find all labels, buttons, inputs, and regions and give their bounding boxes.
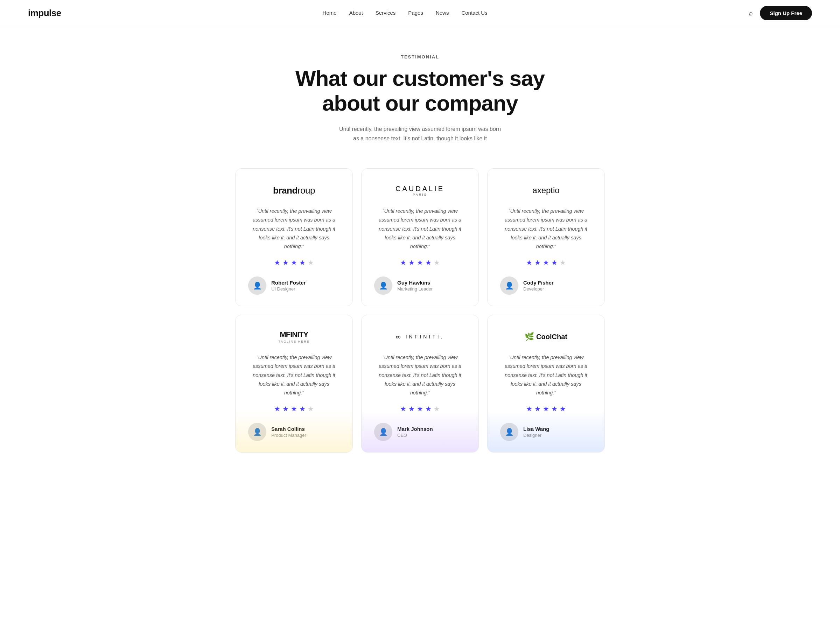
card-quote-caudalie: "Until recently, the prevailing view ass… [374,207,466,251]
card-logo-coolchat: 🌿 CoolChat [500,329,592,345]
card-quote-brandgroup: "Until recently, the prevailing view ass… [248,207,340,251]
section-label: TESTIMONIAL [14,54,826,60]
nav-contact[interactable]: Contact Us [461,10,487,16]
reviewer-brandgroup: 👤 Robert Foster UI Designer [248,276,340,295]
reviewer-name: Cody Fisher [523,279,554,286]
reviewer-mfinity: 👤 Sarah Collins Product Manager [248,423,340,441]
reviewer-caudalie: 👤 Guy Hawkins Marketing Leader [374,276,466,295]
reviewer-coolchat: 👤 Lisa Wang Designer [500,423,592,441]
reviewer-info: Cody Fisher Developer [523,279,554,292]
avatar-cody: 👤 [500,276,518,295]
reviewer-name: Sarah Collins [271,426,306,432]
card-quote-mfinity: "Until recently, the prevailing view ass… [248,353,340,398]
reviewer-axeptio: 👤 Cody Fisher Developer [500,276,592,295]
avatar-guy: 👤 [374,276,392,295]
reviewer-info: Robert Foster UI Designer [271,279,306,292]
stars-infiniti: ★ ★ ★ ★ ★ [374,404,466,413]
avatar-mark: 👤 [374,423,392,441]
testimonial-card-caudalie: CAUDALIE PARIS "Until recently, the prev… [361,168,479,306]
avatar-robert: 👤 [248,276,266,295]
reviewer-role: Product Manager [271,433,306,438]
section-title: What our customer's say about our compan… [14,66,826,116]
star-5: ★ [308,258,314,267]
reviewer-info: Sarah Collins Product Manager [271,426,306,438]
reviewer-role: CEO [397,433,433,438]
testimonial-card-brandgroup: brandroup "Until recently, the prevailin… [235,168,353,306]
testimonial-card-mfinity: MFINITY TAGLINE HERE "Until recently, th… [235,315,353,453]
card-quote-infiniti: "Until recently, the prevailing view ass… [374,353,466,398]
nav-pages[interactable]: Pages [408,10,423,16]
reviewer-name: Guy Hawkins [397,279,433,286]
nav-services[interactable]: Services [376,10,396,16]
avatar-sarah: 👤 [248,423,266,441]
star-4: ★ [299,258,306,267]
testimonial-section: TESTIMONIAL What our customer's say abou… [0,26,840,478]
testimonial-card-coolchat: 🌿 CoolChat "Until recently, the prevaili… [487,315,605,453]
signup-button[interactable]: Sign Up Free [760,6,812,20]
card-logo-caudalie: CAUDALIE PARIS [374,183,466,199]
reviewer-infiniti: 👤 Mark Johnson CEO [374,423,466,441]
testimonial-card-axeptio: axeptio "Until recently, the prevailing … [487,168,605,306]
reviewer-info: Guy Hawkins Marketing Leader [397,279,433,292]
reviewer-role: Developer [523,286,554,292]
reviewer-name: Robert Foster [271,279,306,286]
card-quote-axeptio: "Until recently, the prevailing view ass… [500,207,592,251]
logo[interactable]: impulse [28,8,61,19]
star-1: ★ [274,258,280,267]
avatar-lisa: 👤 [500,423,518,441]
card-logo-infiniti: ∞ INFINITI. [374,329,466,345]
navbar: impulse Home About Services Pages News C… [0,0,840,26]
stars-mfinity: ★ ★ ★ ★ ★ [248,404,340,413]
stars-coolchat: ★ ★ ★ ★ ★ [500,404,592,413]
stars-caudalie: ★ ★ ★ ★ ★ [374,258,466,267]
nav-news[interactable]: News [436,10,449,16]
nav-links: Home About Services Pages News Contact U… [323,10,488,16]
reviewer-name: Lisa Wang [523,426,549,432]
nav-right: ⌕ Sign Up Free [748,6,812,20]
star-2: ★ [283,258,289,267]
reviewer-name: Mark Johnson [397,426,433,432]
testimonials-grid: brandroup "Until recently, the prevailin… [210,164,630,457]
reviewer-info: Mark Johnson CEO [397,426,433,438]
testimonial-card-infiniti: ∞ INFINITI. "Until recently, the prevail… [361,315,479,453]
reviewer-role: Marketing Leader [397,286,433,292]
card-logo-axeptio: axeptio [500,183,592,199]
star-3: ★ [291,258,297,267]
search-icon[interactable]: ⌕ [748,9,753,17]
card-logo-brandgroup: brandroup [248,183,340,199]
reviewer-role: Designer [523,433,549,438]
stars-axeptio: ★ ★ ★ ★ ★ [500,258,592,267]
card-quote-coolchat: "Until recently, the prevailing view ass… [500,353,592,398]
nav-home[interactable]: Home [323,10,337,16]
nav-about[interactable]: About [349,10,363,16]
reviewer-role: UI Designer [271,286,306,292]
card-logo-mfinity: MFINITY TAGLINE HERE [248,329,340,345]
section-description: Until recently, the prevailing view assu… [336,124,504,143]
reviewer-info: Lisa Wang Designer [523,426,549,438]
stars-brandgroup: ★ ★ ★ ★ ★ [248,258,340,267]
